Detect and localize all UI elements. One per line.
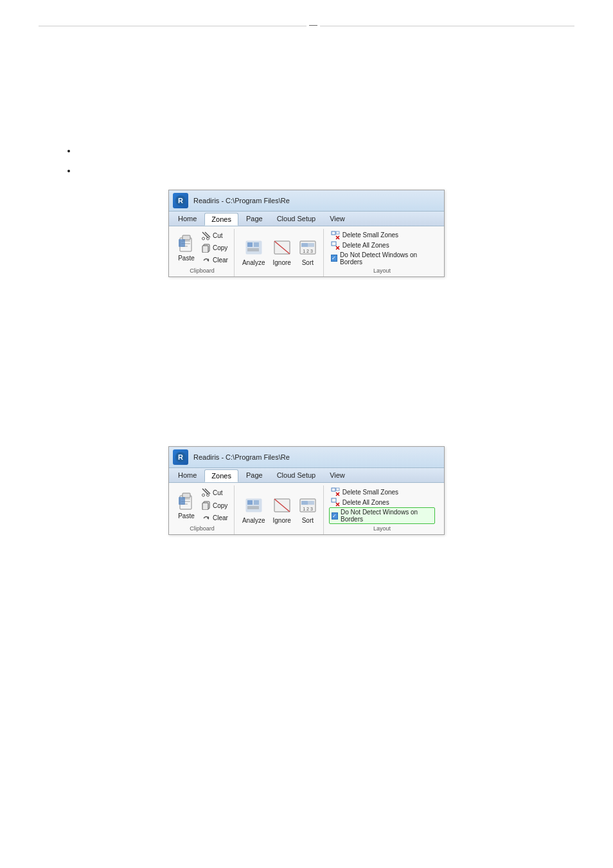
clipboard-content-2: Paste Cut xyxy=(174,487,230,524)
paragraph-11 xyxy=(39,401,574,414)
svg-rect-50 xyxy=(247,506,259,509)
svg-rect-17 xyxy=(254,242,259,247)
svg-rect-7 xyxy=(179,239,185,247)
paragraph-bottom-2 xyxy=(39,574,574,588)
svg-rect-39 xyxy=(179,497,185,505)
delete-all-button-1[interactable]: Delete All Zones xyxy=(329,240,391,251)
top-rule: — xyxy=(39,26,574,26)
do-not-detect-button-1[interactable]: ✓ Do Not Detect Windows on Borders xyxy=(329,251,435,266)
zones-content-2: Analyze Ignore xyxy=(240,487,319,533)
ribbon-logo-2: R xyxy=(173,449,188,465)
top-dash: — xyxy=(306,20,320,30)
sort-label-2: Sort xyxy=(302,517,314,524)
ribbon-title-2: Readiris - C:\Program Files\Re xyxy=(193,453,440,461)
do-not-detect-label-2: Do Not Detect Windows on Borders xyxy=(341,509,432,523)
sort-icon-1: 1 2 3 xyxy=(299,239,317,258)
analyze-button-1[interactable]: Analyze xyxy=(240,237,268,267)
tab-view-2[interactable]: View xyxy=(323,469,351,482)
tab-zones-1[interactable]: Zones xyxy=(204,213,238,226)
ribbon-titlebar-2: R Readiris - C:\Program Files\Re xyxy=(169,447,444,468)
tab-view-1[interactable]: View xyxy=(323,213,351,226)
svg-rect-54 xyxy=(301,501,308,505)
svg-line-9 xyxy=(205,232,210,237)
tab-page-1[interactable]: Page xyxy=(240,213,269,226)
delete-small-label-1: Delete Small Zones xyxy=(342,231,398,239)
paragraph-bottom-1 xyxy=(39,553,574,566)
delete-all-button-2[interactable]: Delete All Zones xyxy=(329,497,391,507)
analyze-label-1: Analyze xyxy=(242,259,265,266)
cut-label-2: Cut xyxy=(213,489,223,496)
layout-group-label-1: Layout xyxy=(329,267,435,275)
clear-label-2: Clear xyxy=(213,514,228,521)
do-not-detect-checkbox-2[interactable]: ✓ xyxy=(332,512,338,520)
tab-home-2[interactable]: Home xyxy=(172,469,203,482)
clipboard-group-label-2: Clipboard xyxy=(174,525,230,533)
svg-text:R: R xyxy=(178,453,183,461)
analyze-button-2[interactable]: Analyze xyxy=(240,495,268,525)
do-not-detect-label-1: Do Not Detect Windows on Borders xyxy=(340,251,433,266)
content-area: R Readiris - C:\Program Files\Re Home Zo… xyxy=(0,26,613,615)
svg-rect-13 xyxy=(202,246,208,253)
delete-small-button-2[interactable]: Delete Small Zones xyxy=(329,487,400,497)
ribbon-body-2: Paste Cut xyxy=(169,483,444,534)
clear-button-2[interactable]: Clear xyxy=(200,513,230,523)
sort-button-2[interactable]: 1 2 3 Sort xyxy=(296,495,319,525)
do-not-detect-button-2[interactable]: ✓ Do Not Detect Windows on Borders xyxy=(329,507,435,524)
paste-button-2[interactable]: Paste xyxy=(174,487,199,524)
delete-small-button-1[interactable]: Delete Small Zones xyxy=(329,230,400,240)
paragraph-9 xyxy=(39,358,574,372)
ignore-button-1[interactable]: Ignore xyxy=(270,237,293,267)
ignore-button-2[interactable]: Ignore xyxy=(270,495,293,525)
cut-copy-clear-1: Cut Copy xyxy=(200,230,230,266)
paragraph-6 xyxy=(39,295,574,309)
paste-label-2: Paste xyxy=(178,512,195,520)
paragraph-5 xyxy=(39,123,574,137)
bullet-item-1 xyxy=(77,145,574,158)
svg-rect-3 xyxy=(182,235,190,240)
tab-home-1[interactable]: Home xyxy=(172,213,203,226)
analyze-icon-2 xyxy=(245,496,263,516)
ribbon-tabs-1[interactable]: Home Zones Page Cloud Setup View xyxy=(169,212,444,226)
tab-cloudsetup-2[interactable]: Cloud Setup xyxy=(271,469,323,482)
zones-content-1: Analyze Ignore xyxy=(240,230,319,275)
copy-label-1: Copy xyxy=(213,244,227,251)
bullet-item-2 xyxy=(77,165,574,178)
tab-cloudsetup-1[interactable]: Cloud Setup xyxy=(271,213,323,226)
svg-point-42 xyxy=(202,494,205,496)
clear-button-1[interactable]: Clear xyxy=(200,255,230,266)
do-not-detect-checkbox-1[interactable]: ✓ xyxy=(331,255,337,262)
ribbon-title-1: Readiris - C:\Program Files\Re xyxy=(193,197,440,204)
cut-button-1[interactable]: Cut xyxy=(200,231,230,241)
ribbon-tabs-2[interactable]: Home Zones Page Cloud Setup View xyxy=(169,468,444,483)
paste-button-1[interactable]: Paste xyxy=(174,230,199,266)
ignore-icon-2 xyxy=(273,496,291,516)
tab-page-2[interactable]: Page xyxy=(240,469,269,482)
paste-icon-2 xyxy=(178,492,195,511)
ribbon-body-1: Paste Cut xyxy=(169,226,444,276)
svg-rect-58 xyxy=(336,488,339,491)
svg-rect-57 xyxy=(332,488,335,491)
analyze-label-2: Analyze xyxy=(242,517,265,524)
svg-rect-18 xyxy=(247,248,259,251)
ignore-label-1: Ignore xyxy=(272,259,290,266)
copy-button-1[interactable]: Copy xyxy=(200,243,230,253)
paragraph-7 xyxy=(39,316,574,329)
svg-rect-61 xyxy=(332,498,336,502)
svg-point-10 xyxy=(202,237,205,240)
svg-line-41 xyxy=(205,489,210,494)
clipboard-content-1: Paste Cut xyxy=(174,230,230,266)
svg-rect-35 xyxy=(182,493,190,498)
layout-group-1: Delete Small Zones Delete All Zones ✓ xyxy=(326,229,439,276)
paragraph-1 xyxy=(39,39,574,53)
cut-button-2[interactable]: Cut xyxy=(200,487,230,498)
copy-button-2[interactable]: Copy xyxy=(200,500,230,511)
tab-zones-2[interactable]: Zones xyxy=(204,469,238,482)
ignore-label-2: Ignore xyxy=(272,517,290,524)
svg-rect-22 xyxy=(301,243,308,247)
sort-icon-2: 1 2 3 xyxy=(299,496,317,516)
svg-text:1 2 3: 1 2 3 xyxy=(303,507,313,511)
svg-rect-16 xyxy=(247,242,253,247)
ribbon-titlebar-1: R Readiris - C:\Program Files\Re xyxy=(169,190,444,212)
ribbon-logo-1: R xyxy=(173,193,188,208)
sort-button-1[interactable]: 1 2 3 Sort xyxy=(296,237,319,267)
